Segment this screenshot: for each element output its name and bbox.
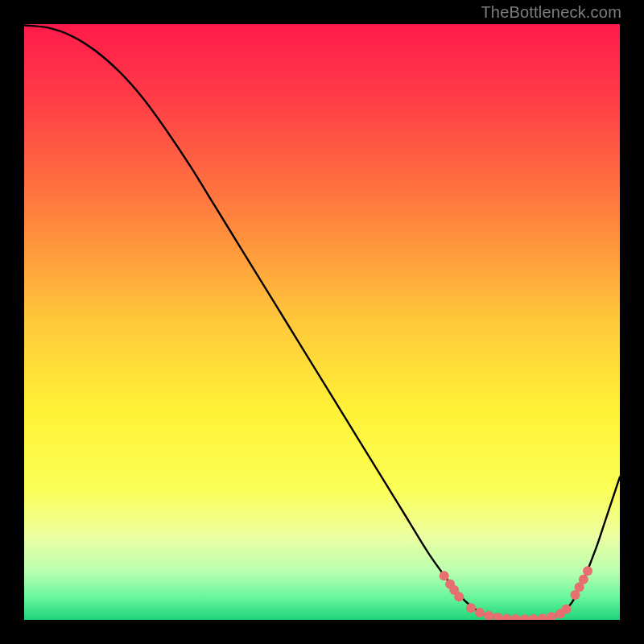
marker-point	[583, 566, 592, 576]
bottleneck-curve	[24, 25, 620, 619]
marker-point	[520, 614, 530, 620]
watermark-label: TheBottleneck.com	[481, 3, 621, 22]
marker-point	[466, 603, 476, 613]
marker-point	[547, 612, 556, 620]
marker-point	[502, 614, 511, 620]
marker-point	[579, 575, 588, 584]
marker-group	[440, 566, 592, 620]
marker-point	[454, 592, 464, 601]
marker-point	[440, 571, 449, 580]
plot-area	[24, 24, 620, 620]
marker-point	[538, 613, 547, 620]
curve-layer	[24, 24, 620, 620]
marker-point	[529, 614, 539, 620]
marker-point	[484, 611, 493, 620]
marker-point	[493, 613, 502, 620]
marker-point	[561, 605, 571, 614]
marker-point	[475, 608, 485, 617]
marker-point	[511, 614, 521, 620]
chart-frame: TheBottleneck.com	[0, 0, 644, 644]
